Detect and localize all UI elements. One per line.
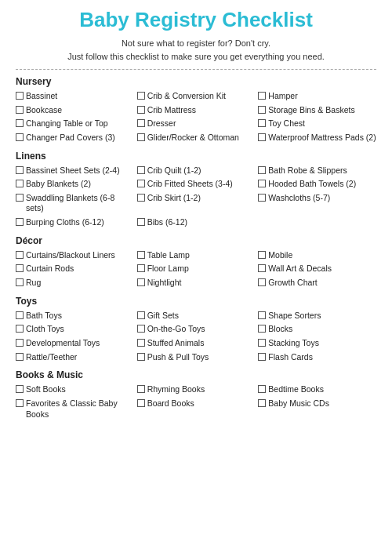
- list-item[interactable]: Curtain Rods: [16, 263, 134, 275]
- checkbox-icon[interactable]: [16, 264, 24, 272]
- checkbox-icon[interactable]: [16, 385, 24, 393]
- checkbox-icon[interactable]: [258, 325, 266, 333]
- list-item[interactable]: Hamper: [258, 90, 376, 103]
- checkbox-icon[interactable]: [258, 180, 266, 187]
- checkbox-icon[interactable]: [16, 339, 24, 347]
- checkbox-icon[interactable]: [16, 180, 24, 187]
- checkbox-icon[interactable]: [16, 194, 24, 202]
- checkbox-icon[interactable]: [137, 180, 145, 187]
- list-item[interactable]: Cloth Toys: [16, 323, 134, 336]
- checkbox-icon[interactable]: [16, 251, 24, 259]
- checkbox-icon[interactable]: [137, 385, 145, 393]
- list-item[interactable]: Growth Chart: [258, 277, 376, 289]
- checkbox-icon[interactable]: [137, 106, 145, 114]
- list-item[interactable]: Baby Blankets (2): [16, 178, 134, 191]
- checkbox-icon[interactable]: [258, 194, 266, 202]
- checkbox-icon[interactable]: [258, 251, 266, 259]
- list-item[interactable]: Gift Sets: [137, 310, 256, 322]
- list-item[interactable]: Wall Art & Decals: [258, 263, 376, 275]
- checkbox-icon[interactable]: [137, 119, 145, 127]
- checkbox-icon[interactable]: [137, 194, 145, 202]
- list-item[interactable]: On-the-Go Toys: [137, 323, 256, 336]
- checkbox-icon[interactable]: [258, 399, 266, 407]
- checkbox-icon[interactable]: [137, 325, 145, 333]
- list-item[interactable]: Bassinet Sheet Sets (2-4): [16, 165, 134, 177]
- checkbox-icon[interactable]: [137, 264, 145, 272]
- checkbox-icon[interactable]: [137, 278, 145, 286]
- list-item[interactable]: Bedtime Books: [258, 384, 376, 396]
- checkbox-icon[interactable]: [16, 278, 24, 286]
- checkbox-icon[interactable]: [258, 106, 266, 114]
- list-item[interactable]: Washcloths (5-7): [258, 192, 376, 215]
- checkbox-icon[interactable]: [16, 325, 24, 333]
- checkbox-icon[interactable]: [137, 353, 145, 361]
- list-item[interactable]: Rattle/Teether: [16, 351, 134, 364]
- list-item[interactable]: Baby Music CDs: [258, 398, 376, 420]
- list-item[interactable]: Changing Table or Top: [16, 118, 134, 130]
- list-item[interactable]: Bassinet: [16, 90, 134, 103]
- list-item[interactable]: Curtains/Blackout Liners: [16, 249, 134, 262]
- checkbox-icon[interactable]: [16, 119, 24, 127]
- list-item[interactable]: Burping Cloths (6-12): [16, 216, 134, 229]
- list-item[interactable]: Nightlight: [137, 277, 256, 289]
- list-item[interactable]: Crib Mattress: [137, 104, 256, 117]
- checkbox-icon[interactable]: [137, 339, 145, 347]
- list-item[interactable]: Table Lamp: [137, 249, 256, 262]
- checkbox-icon[interactable]: [258, 166, 266, 174]
- checkbox-icon[interactable]: [16, 92, 24, 100]
- list-item[interactable]: Storage Bins & Baskets: [258, 104, 376, 117]
- list-item[interactable]: Rug: [16, 277, 134, 289]
- list-item[interactable]: Crib Quilt (1-2): [137, 165, 256, 177]
- list-item[interactable]: Bath Robe & Slippers: [258, 165, 376, 177]
- checkbox-icon[interactable]: [16, 399, 24, 407]
- checkbox-icon[interactable]: [258, 353, 266, 361]
- checkbox-icon[interactable]: [137, 311, 145, 319]
- checkbox-icon[interactable]: [137, 133, 145, 141]
- list-item[interactable]: Floor Lamp: [137, 263, 256, 275]
- list-item[interactable]: Shape Sorters: [258, 310, 376, 322]
- list-item[interactable]: Dresser: [137, 118, 256, 130]
- list-item[interactable]: Stacking Toys: [258, 337, 376, 350]
- list-item[interactable]: Glider/Rocker & Ottoman: [137, 132, 256, 144]
- checkbox-icon[interactable]: [258, 119, 266, 127]
- checkbox-icon[interactable]: [137, 399, 145, 407]
- checkbox-icon[interactable]: [258, 339, 266, 347]
- checkbox-icon[interactable]: [16, 166, 24, 174]
- checkbox-icon[interactable]: [16, 106, 24, 114]
- list-item[interactable]: Bath Toys: [16, 310, 134, 322]
- list-item[interactable]: Soft Books: [16, 384, 134, 396]
- list-item[interactable]: Changer Pad Covers (3): [16, 132, 134, 144]
- list-item[interactable]: Developmental Toys: [16, 337, 134, 350]
- list-item[interactable]: Bibs (6-12): [137, 216, 256, 229]
- list-item[interactable]: Crib Fitted Sheets (3-4): [137, 178, 256, 191]
- list-item[interactable]: Swaddling Blankets (6-8 sets): [16, 192, 134, 215]
- checkbox-icon[interactable]: [137, 251, 145, 259]
- checkbox-icon[interactable]: [137, 218, 145, 226]
- checkbox-icon[interactable]: [16, 311, 24, 319]
- list-item[interactable]: Toy Chest: [258, 118, 376, 130]
- list-item[interactable]: Flash Cards: [258, 351, 376, 364]
- list-item[interactable]: Bookcase: [16, 104, 134, 117]
- checkbox-icon[interactable]: [258, 385, 266, 393]
- list-item[interactable]: Crib Skirt (1-2): [137, 192, 256, 215]
- checkbox-icon[interactable]: [258, 278, 266, 286]
- list-item[interactable]: Stuffed Animals: [137, 337, 256, 350]
- list-item[interactable]: Hooded Bath Towels (2): [258, 178, 376, 191]
- checkbox-icon[interactable]: [16, 218, 24, 226]
- list-item[interactable]: Waterproof Mattress Pads (2): [258, 132, 376, 144]
- list-item[interactable]: Rhyming Books: [137, 384, 256, 396]
- list-item[interactable]: Mobile: [258, 249, 376, 262]
- list-item[interactable]: Blocks: [258, 323, 376, 336]
- checkbox-icon[interactable]: [258, 92, 266, 100]
- checkbox-icon[interactable]: [16, 353, 24, 361]
- checkbox-icon[interactable]: [16, 133, 24, 141]
- list-item[interactable]: Board Books: [137, 398, 256, 420]
- checkbox-icon[interactable]: [258, 311, 266, 319]
- checkbox-icon[interactable]: [258, 264, 266, 272]
- list-item[interactable]: Crib & Conversion Kit: [137, 90, 256, 103]
- checkbox-icon[interactable]: [137, 92, 145, 100]
- checkbox-icon[interactable]: [137, 166, 145, 174]
- checkbox-icon[interactable]: [258, 133, 266, 141]
- list-item[interactable]: Push & Pull Toys: [137, 351, 256, 364]
- list-item[interactable]: Favorites & Classic Baby Books: [16, 398, 134, 420]
